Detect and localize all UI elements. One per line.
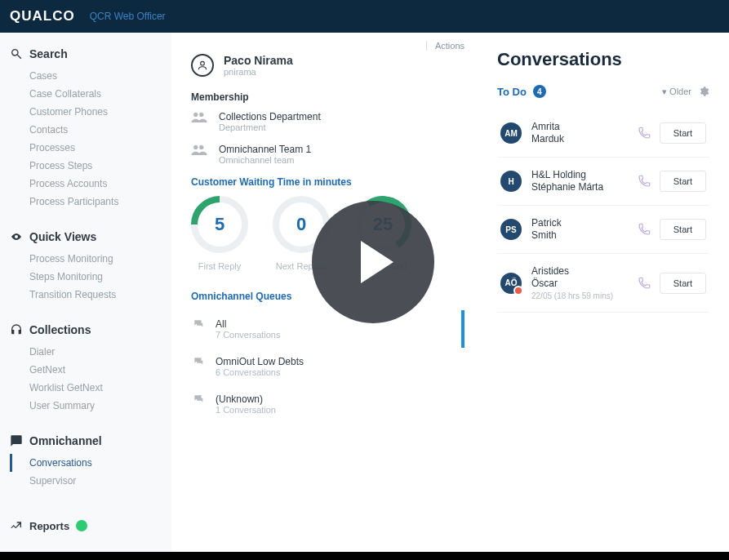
actions-link[interactable]: Actions [426, 41, 465, 51]
gear-icon[interactable] [698, 86, 709, 97]
sidebar-omnichannel-heading[interactable]: Omnichannel [10, 434, 162, 447]
people-icon [191, 144, 209, 155]
membership-item-title: Omnichannel Team 1 [219, 144, 311, 155]
sidebar-item-processes[interactable]: Processes [10, 139, 162, 157]
avatar-badge: H [500, 171, 522, 192]
waiting-time-label: Customer Waiting Time in minutes [191, 176, 465, 188]
membership-item-sub: Omnichannel team [219, 155, 311, 165]
start-button[interactable]: Start [660, 273, 706, 294]
phone-icon[interactable] [637, 222, 651, 237]
sidebar-item-process-steps[interactable]: Process Steps [10, 157, 162, 175]
svg-point-2 [199, 113, 203, 117]
chat-icon [191, 356, 206, 371]
membership-item-title: Collections Department [219, 111, 321, 122]
gauge-value: 0 [296, 214, 306, 235]
sidebar-reports[interactable]: Reports [10, 519, 162, 532]
queue-sub: 6 Conversations [216, 367, 304, 377]
top-bar: QUALCO QCR Web Officer [0, 0, 729, 33]
sidebar-quickviews-heading[interactable]: Quick Views [10, 230, 162, 243]
sidebar-heading-label: Collections [29, 323, 91, 336]
queue-sub: 1 Conversation [216, 405, 276, 415]
sidebar-item-worklist-getnext[interactable]: Worklist GetNext [10, 379, 162, 397]
sidebar-item-process-participants[interactable]: Process Participants [10, 193, 162, 211]
svg-point-4 [199, 145, 203, 149]
phone-icon[interactable] [637, 126, 651, 140]
queue-item-lowdebts[interactable]: OmniOut Low Debts 6 Conversations [191, 348, 465, 385]
membership-item-sub: Department [219, 122, 321, 132]
queue-item-all[interactable]: All 7 Conversations [191, 310, 465, 348]
eye-icon [10, 230, 23, 243]
sidebar-item-supervisor[interactable]: Supervisor [10, 472, 162, 490]
avatar-badge: PS [500, 219, 522, 240]
conversation-card[interactable]: AMAmritaMardukStart [497, 109, 709, 158]
brand-logo: QUALCO [10, 8, 75, 24]
avatar-badge: AM [500, 122, 522, 144]
queue-title: (Unknown) [216, 393, 276, 405]
user-username: pnirama [224, 67, 293, 77]
avatar-icon [191, 54, 214, 77]
queue-title: All [216, 318, 281, 330]
sidebar-item-customer-phones[interactable]: Customer Phones [10, 103, 162, 121]
gauge-label: First Reply [191, 261, 248, 271]
sidebar-item-contacts[interactable]: Contacts [10, 121, 162, 139]
gauge-value: 5 [215, 214, 224, 235]
start-button[interactable]: Start [660, 171, 706, 192]
headset-icon [10, 323, 23, 336]
sidebar-item-steps-monitoring[interactable]: Steps Monitoring [10, 268, 162, 286]
conversation-time: 22/05 (18 hrs 59 mins) [531, 291, 613, 300]
play-button-overlay[interactable] [312, 201, 434, 323]
sidebar-item-cases[interactable]: Cases [10, 67, 162, 85]
conversations-title: Conversations [497, 49, 709, 70]
conversation-card[interactable]: HH&L HoldingStéphanie MártaStart [497, 158, 709, 206]
reports-label: Reports [29, 520, 69, 532]
sidebar-item-process-monitoring[interactable]: Process Monitoring [10, 250, 162, 268]
conversation-name: AmritaMarduk [531, 121, 564, 145]
todo-label: To Do [497, 86, 527, 98]
bottom-bar [0, 552, 729, 560]
conversation-name: PatrickSmith [531, 217, 562, 242]
reports-badge [76, 520, 87, 531]
conversation-name: H&L HoldingStéphanie Márta [531, 169, 603, 193]
chart-icon [10, 519, 23, 532]
phone-icon[interactable] [637, 174, 651, 189]
conversation-card[interactable]: PSPatrickSmithStart [497, 206, 709, 254]
chat-icon [191, 318, 206, 333]
sidebar-heading-label: Quick Views [29, 230, 96, 243]
sidebar: Search Cases Case Collaterals Customer P… [0, 33, 171, 560]
queue-sub: 7 Conversations [216, 330, 281, 340]
user-name: Paco Nirama [224, 54, 293, 67]
conversation-card[interactable]: AÖAristidesÖscar22/05 (18 hrs 59 mins)St… [497, 254, 709, 313]
gauge-first-reply: 5 [191, 196, 248, 253]
todo-count-badge: 4 [533, 85, 546, 98]
svg-point-0 [201, 61, 205, 65]
search-icon [10, 47, 23, 60]
avatar-badge: AÖ [500, 273, 522, 294]
queue-item-unknown[interactable]: (Unknown) 1 Conversation [191, 385, 465, 423]
product-name: QCR Web Officer [90, 11, 166, 22]
sidebar-item-getnext[interactable]: GetNext [10, 361, 162, 379]
sidebar-item-case-collaterals[interactable]: Case Collaterals [10, 85, 162, 103]
svg-point-1 [193, 113, 198, 117]
sidebar-item-user-summary[interactable]: User Summary [10, 397, 162, 415]
sidebar-item-conversations[interactable]: Conversations [10, 454, 162, 472]
right-panel: Conversations To Do 4 ▾ Older AMAmritaMa… [484, 33, 729, 560]
sidebar-item-transition-requests[interactable]: Transition Requests [10, 286, 162, 304]
phone-icon[interactable] [637, 276, 651, 291]
start-button[interactable]: Start [660, 122, 706, 144]
membership-label: Membership [191, 91, 465, 103]
sidebar-collections-heading[interactable]: Collections [10, 323, 162, 336]
sidebar-heading-label: Search [29, 47, 68, 60]
sidebar-item-dialer[interactable]: Dialer [10, 343, 162, 361]
queue-title: OmniOut Low Debts [216, 356, 304, 367]
chat-icon [10, 434, 23, 447]
start-button[interactable]: Start [660, 219, 706, 240]
sort-older[interactable]: ▾ Older [662, 87, 691, 97]
conversation-name: AristidesÖscar [531, 265, 613, 290]
chat-icon [191, 393, 206, 408]
sidebar-search-heading[interactable]: Search [10, 47, 162, 60]
sidebar-heading-label: Omnichannel [29, 434, 102, 447]
svg-point-3 [193, 145, 198, 149]
people-icon [191, 111, 209, 122]
sidebar-item-process-accounts[interactable]: Process Accounts [10, 175, 162, 193]
